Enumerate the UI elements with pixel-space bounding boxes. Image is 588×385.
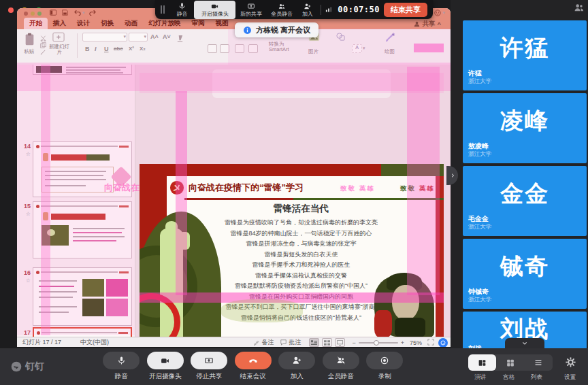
slideshow-view-button[interactable]: [335, 338, 345, 347]
feedback-smiley-icon[interactable]: ▾: [434, 10, 445, 16]
new-slide-label[interactable]: 新建幻灯片: [48, 44, 70, 55]
bold-button[interactable]: B: [85, 46, 90, 52]
presenter-layout-icon: [477, 358, 487, 367]
dingtalk-logo-icon: [11, 361, 22, 372]
paste-label[interactable]: 粘贴: [24, 48, 34, 55]
camera-on-button[interactable]: 开启摄像头: [194, 1, 235, 19]
artifact-ghost-title: 向奋战在: [104, 182, 152, 194]
picture-label[interactable]: 图片: [308, 48, 318, 55]
slide-sorter-view-button[interactable]: [322, 338, 332, 347]
font-size-dropdown[interactable]: ▾: [129, 33, 148, 41]
bullet-list-icon[interactable]: [208, 44, 217, 53]
stop-share-button[interactable]: 停止共享: [187, 352, 231, 381]
tab-slideshow[interactable]: 幻灯片放映: [143, 18, 186, 29]
text-box-caret-icon[interactable]: ▾: [363, 46, 365, 51]
powerpoint-window: ▾ ▾ 开始 插入 设计 切换 动画 幻灯片放映 审阅 视图 共享 ^ 粘贴: [17, 8, 451, 347]
participant-org: 浙江大学: [468, 223, 491, 231]
convert-smartart-button[interactable]: 转换为SmartArt: [269, 41, 297, 52]
shapes-icon[interactable]: [336, 32, 346, 44]
mute-button-bottom[interactable]: 静音: [99, 352, 144, 381]
draw-icon[interactable]: [385, 32, 397, 46]
record-icon: [380, 356, 389, 365]
collapse-tiles-button[interactable]: [505, 338, 544, 348]
undo-icon[interactable]: ▾: [74, 10, 85, 16]
subscript-button[interactable]: X₂: [140, 46, 146, 52]
numbered-list-icon[interactable]: [220, 44, 229, 53]
decrease-font-icon[interactable]: A˅: [163, 33, 171, 40]
dingtalk-logo: 钉钉: [11, 361, 44, 373]
font-name-dropdown[interactable]: ▾: [82, 33, 127, 41]
strikethrough-button[interactable]: abc: [114, 46, 123, 52]
sidebar-toggle-icon[interactable]: [50, 10, 56, 16]
superscript-button[interactable]: X²: [129, 46, 134, 52]
tab-transitions[interactable]: 切换: [95, 18, 119, 29]
zoom-level[interactable]: 75%: [410, 339, 422, 346]
comments-toggle[interactable]: 批注: [280, 338, 301, 347]
undo-caret-icon[interactable]: ▾: [82, 10, 85, 16]
tab-home[interactable]: 开始: [24, 18, 48, 29]
thumbnail-number: 15: [20, 203, 31, 210]
align-text-icon[interactable]: [248, 44, 258, 53]
end-meeting-button[interactable]: 结束会议: [231, 352, 276, 381]
slide-thumbnail-15[interactable]: [33, 201, 132, 258]
slide-thumbnail-17-selected[interactable]: [33, 327, 132, 337]
italic-button[interactable]: I: [95, 46, 97, 52]
line-spacing-icon[interactable]: [235, 44, 244, 53]
save-icon[interactable]: [62, 10, 68, 16]
ppt-minimize-button[interactable]: [31, 12, 35, 16]
language-indicator[interactable]: 中文(中国): [80, 338, 109, 347]
mute-all-button-bottom[interactable]: 全员静音: [319, 352, 363, 381]
grid-layout-button[interactable]: [496, 354, 524, 371]
party-emblem-icon: [169, 180, 184, 198]
current-slide-canvas[interactable]: 向奋战在疫情下的“雷锋”学习 致敬 英雄 致敬 英雄 雷锋活在当代 雷锋是为疫情…: [140, 164, 444, 337]
fit-to-window-icon[interactable]: [427, 339, 434, 347]
slide-thumbnail-16[interactable]: [33, 267, 132, 326]
ppt-close-button[interactable]: [24, 12, 28, 16]
camera-icon: [210, 3, 219, 10]
tab-design[interactable]: 设计: [71, 18, 95, 29]
presenter-layout-button[interactable]: [468, 354, 496, 371]
paste-icon[interactable]: [24, 33, 35, 49]
draw-label[interactable]: 绘图: [385, 48, 395, 55]
participant-tile[interactable]: 铖奇 钟铖奇 浙江大学: [463, 239, 587, 309]
mute-button[interactable]: 静音: [170, 1, 194, 19]
tab-animations[interactable]: 动画: [119, 18, 143, 29]
zoom-slider-knob[interactable]: [374, 340, 379, 346]
zoom-in-button[interactable]: +: [401, 339, 404, 346]
underline-button[interactable]: U: [104, 46, 109, 52]
camera-on-button-bottom[interactable]: 开启摄像头: [144, 352, 188, 381]
drag-handle[interactable]: [161, 5, 165, 14]
participant-tile[interactable]: 许猛 许猛 浙江大学: [463, 20, 587, 90]
participant-display-name: 铖奇: [463, 239, 587, 294]
close-window-button[interactable]: [8, 7, 14, 13]
tab-view[interactable]: 视图: [210, 18, 234, 29]
tab-insert[interactable]: 插入: [48, 18, 71, 29]
redo-icon[interactable]: [89, 10, 96, 16]
tab-review[interactable]: 审阅: [186, 18, 210, 29]
list-layout-button[interactable]: [525, 354, 553, 371]
record-button[interactable]: 录制: [363, 352, 407, 381]
mute-all-button[interactable]: 全员静音: [267, 1, 297, 19]
text-box-button[interactable]: A: [352, 44, 362, 53]
notes-toggle[interactable]: 备注: [253, 338, 274, 347]
mic-icon: [178, 2, 186, 10]
end-share-button[interactable]: 结束共享: [384, 3, 427, 17]
format-painter-icon[interactable]: [40, 46, 46, 58]
dingtalk-annotate-button[interactable]: [438, 338, 448, 348]
slide-thumbnail-13[interactable]: [33, 65, 132, 75]
invite-button-bottom[interactable]: 加入: [275, 352, 319, 381]
participant-tile[interactable]: 金金 毛金金 浙江大学: [463, 166, 587, 236]
increase-font-icon[interactable]: A˄: [150, 33, 159, 40]
participants-icon[interactable]: [574, 2, 584, 14]
invite-button[interactable]: 加入: [297, 1, 318, 19]
new-share-button[interactable]: 新的共享: [235, 1, 266, 19]
collapse-ribbon-icon[interactable]: ^: [437, 20, 441, 28]
ppt-share-button[interactable]: 共享 ^: [414, 20, 441, 29]
zoom-slider[interactable]: [359, 342, 398, 344]
settings-button[interactable]: [565, 356, 576, 371]
zoom-out-button[interactable]: −: [352, 339, 355, 346]
normal-view-button[interactable]: [309, 338, 319, 347]
ppt-zoom-button[interactable]: [37, 12, 42, 16]
participant-tile[interactable]: 凌峰 敖凌峰 浙江大学: [463, 93, 587, 163]
clear-formatting-icon[interactable]: [176, 33, 184, 45]
